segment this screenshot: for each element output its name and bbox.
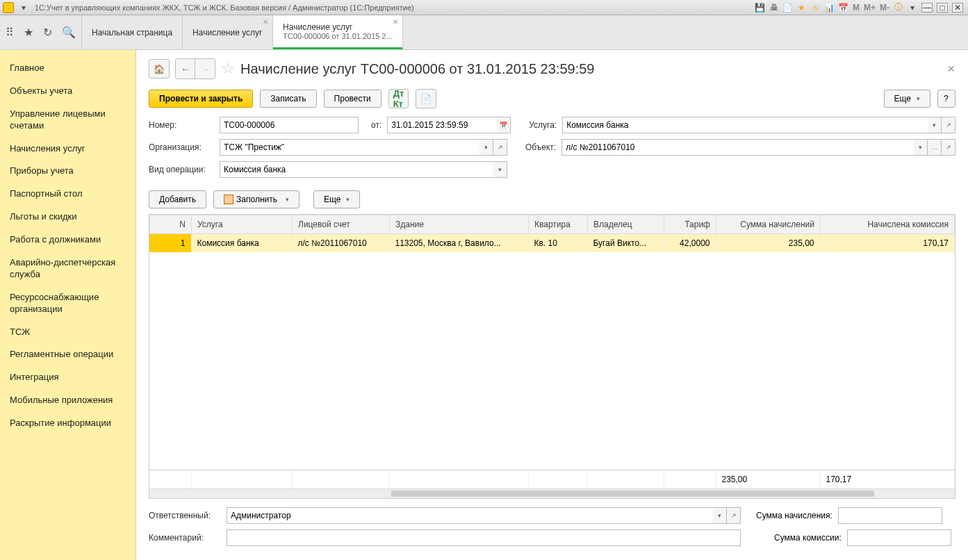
service-field[interactable]: [562, 117, 928, 133]
sidebar-item[interactable]: Главное: [0, 57, 136, 80]
tab-home[interactable]: Начальная страница: [82, 15, 183, 49]
help-button[interactable]: ?: [937, 90, 955, 108]
app-logo-icon: [3, 2, 14, 13]
star-icon[interactable]: ★: [24, 26, 33, 39]
forward-button[interactable]: →: [195, 59, 215, 79]
col-n[interactable]: N: [150, 215, 192, 234]
col-building[interactable]: Здание: [390, 215, 529, 234]
col-sum[interactable]: Сумма начислений: [716, 215, 821, 234]
back-button[interactable]: ←: [176, 59, 195, 79]
sidebar-item[interactable]: Регламентные операции: [0, 343, 136, 366]
home-button[interactable]: 🏠: [149, 59, 170, 79]
m-minus-button[interactable]: M-: [880, 3, 889, 13]
tab-accrual-doc[interactable]: Начисление услуг ТС00-000006 от 31.01.20…: [273, 15, 403, 49]
horizontal-scrollbar[interactable]: [149, 488, 955, 498]
sidebar-item[interactable]: Интеграция: [0, 366, 136, 389]
responsible-label: Ответственный:: [149, 511, 221, 520]
open-icon[interactable]: ↗: [493, 139, 507, 156]
doc-icon[interactable]: 📄: [783, 3, 793, 13]
sidebar-item[interactable]: Льготы и скидки: [0, 206, 136, 229]
sidebar-item[interactable]: Работа с должниками: [0, 229, 136, 252]
report-icon[interactable]: 📄: [416, 89, 436, 108]
post-and-close-button[interactable]: Провести и закрыть: [149, 90, 253, 108]
table-row[interactable]: 1 Комиссия банка л/с №2011067010 113205,…: [149, 234, 955, 252]
link-icon[interactable]: ⎋: [811, 3, 821, 13]
info-drop-icon[interactable]: ▾: [908, 3, 917, 13]
content: 🏠 ← → ☆ Начисление услуг ТС00-000006 от …: [136, 50, 968, 560]
more-button[interactable]: Еще: [884, 90, 930, 108]
window-title: 1С:Учет в управляющих компаниях ЖКХ, ТСЖ…: [35, 3, 753, 12]
open-icon[interactable]: ↗: [727, 507, 741, 524]
sidebar-item[interactable]: Управление лицевыми счетами: [0, 103, 136, 138]
date-field[interactable]: [387, 117, 497, 133]
close-icon[interactable]: ✕: [393, 18, 398, 26]
object-field[interactable]: [561, 139, 914, 156]
register-icon[interactable]: ДтКт: [388, 89, 409, 108]
open-icon[interactable]: ↗: [942, 139, 955, 156]
org-field[interactable]: [220, 139, 479, 156]
calendar-icon[interactable]: 📅: [839, 3, 848, 13]
dropdown-icon[interactable]: ▾: [914, 139, 928, 156]
sidebar-item[interactable]: Паспортный стол: [0, 183, 136, 206]
col-acc[interactable]: Лицевой счет: [293, 215, 390, 234]
add-row-button[interactable]: Добавить: [149, 190, 206, 208]
titlebar: ▾ 1С:Учет в управляющих компаниях ЖКХ, Т…: [0, 0, 968, 15]
sidebar-item[interactable]: Аварийно-диспетчерская служба: [0, 252, 136, 286]
number-label: Номер:: [149, 120, 214, 130]
col-flat[interactable]: Квартира: [529, 215, 588, 234]
dropdown-icon[interactable]: ▾: [479, 139, 493, 156]
sidebar-item[interactable]: Мобильные приложения: [0, 389, 136, 412]
maximize-button[interactable]: □: [937, 3, 948, 13]
info-icon[interactable]: ⓘ: [894, 3, 903, 13]
apps-icon[interactable]: ⠿: [6, 26, 14, 39]
number-field[interactable]: [220, 117, 359, 133]
close-icon[interactable]: ✕: [263, 18, 268, 26]
from-label: от:: [371, 120, 382, 130]
history-icon[interactable]: ↻: [43, 26, 52, 39]
total-sum-field[interactable]: [838, 507, 942, 524]
print-icon[interactable]: 🖶: [769, 3, 779, 13]
col-service[interactable]: Услуга: [192, 215, 293, 234]
col-tarif[interactable]: Тариф: [664, 215, 716, 234]
sidebar-item[interactable]: Объекты учета: [0, 80, 136, 103]
favorite-star-icon[interactable]: ☆: [221, 60, 235, 78]
minimize-button[interactable]: —: [921, 3, 933, 13]
sidebar-item[interactable]: Ресурсоснабжающие организации: [0, 286, 136, 321]
open-icon[interactable]: ↗: [942, 117, 955, 133]
dropdown-icon[interactable]: ▾: [19, 3, 28, 13]
object-label: Объект:: [525, 142, 556, 152]
comment-field[interactable]: [227, 529, 741, 546]
close-doc-button[interactable]: ✕: [947, 63, 955, 74]
sidebar-item[interactable]: ТСЖ: [0, 321, 136, 344]
total-comm-field[interactable]: [847, 529, 951, 546]
close-window-button[interactable]: ✕: [952, 3, 963, 13]
save-button[interactable]: Записать: [260, 90, 316, 108]
calc-icon[interactable]: 📊: [825, 3, 835, 13]
ellipsis-icon[interactable]: …: [928, 139, 942, 156]
post-button[interactable]: Провести: [324, 90, 382, 108]
grid: N Услуга Лицевой счет Здание Квартира Вл…: [149, 214, 955, 499]
total-comm-label: Сумма комиссии:: [774, 533, 842, 543]
optype-label: Вид операции:: [149, 165, 214, 174]
dropdown-icon[interactable]: ▾: [928, 117, 942, 133]
m-plus-button[interactable]: M+: [864, 3, 876, 13]
optype-field[interactable]: [220, 161, 493, 178]
col-comm[interactable]: Начислена комиссия: [821, 215, 955, 234]
sidebar-item[interactable]: Начисления услуг: [0, 138, 136, 160]
grid-more-button[interactable]: Еще: [313, 190, 360, 208]
dropdown-icon[interactable]: ▾: [493, 161, 507, 178]
col-owner[interactable]: Владелец: [588, 215, 664, 234]
dropdown-icon[interactable]: ▾: [713, 507, 727, 524]
search-icon[interactable]: 🔍: [62, 26, 76, 39]
responsible-field[interactable]: [227, 507, 713, 524]
tab-accrual-list[interactable]: Начисление услуг ✕: [183, 15, 273, 49]
fav-icon[interactable]: ★: [797, 3, 807, 13]
total-sum-label: Сумма начисления:: [756, 511, 832, 520]
save-icon[interactable]: 💾: [755, 3, 765, 13]
comment-label: Комментарий:: [149, 533, 221, 543]
sidebar-item[interactable]: Приборы учета: [0, 160, 136, 183]
sidebar-item[interactable]: Раскрытие информации: [0, 412, 136, 435]
fill-button[interactable]: Заполнить: [213, 190, 300, 208]
m-button[interactable]: M: [853, 3, 860, 13]
calendar-icon[interactable]: 📅: [497, 117, 511, 133]
